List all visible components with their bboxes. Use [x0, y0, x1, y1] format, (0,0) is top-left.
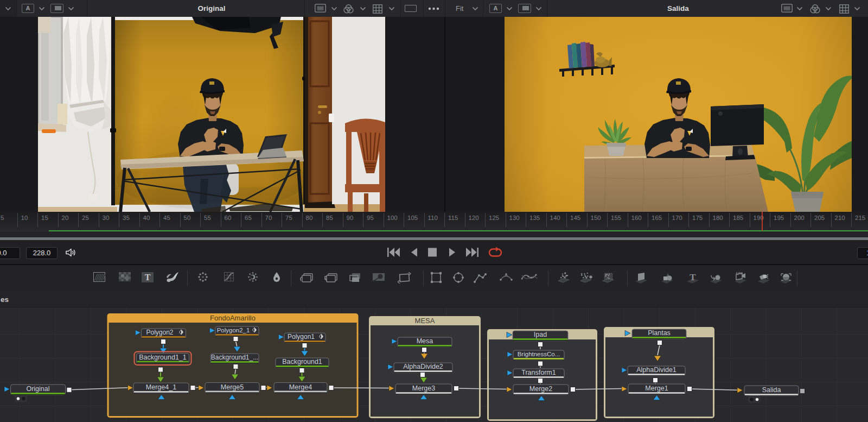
svg-text:Merge5: Merge5	[221, 383, 244, 391]
svg-text:BrightnessCo...: BrightnessCo...	[518, 351, 560, 357]
svg-text:Original: Original	[26, 385, 49, 393]
svg-text:Salida: Salida	[762, 386, 781, 394]
svg-text:Background1_1: Background1_1	[139, 354, 187, 361]
svg-text:T: T	[145, 273, 151, 282]
svg-text:Merge3: Merge3	[412, 385, 435, 392]
svg-text:Merge2: Merge2	[529, 385, 552, 393]
svg-text:Merge4_1: Merge4_1	[146, 383, 176, 391]
svg-text:Mesa: Mesa	[417, 337, 433, 345]
svg-text:Ipad: Ipad	[534, 331, 547, 338]
svg-text:Polygon1: Polygon1	[288, 333, 315, 341]
svg-text:Background1: Background1	[282, 358, 322, 366]
svg-text:Merge4: Merge4	[289, 383, 312, 391]
svg-text:Plantas: Plantas	[648, 329, 671, 337]
svg-text:AlphaDivide1: AlphaDivide1	[636, 366, 676, 374]
svg-text:Background1_...: Background1_...	[211, 354, 258, 361]
svg-text:T: T	[690, 272, 696, 282]
svg-text:Polygon2: Polygon2	[146, 329, 173, 336]
svg-text:Merge1: Merge1	[645, 385, 668, 392]
svg-text:AlphaDivide2: AlphaDivide2	[403, 363, 443, 370]
svg-text:Polygon2_1: Polygon2_1	[217, 327, 250, 333]
svg-text:MESA: MESA	[415, 317, 435, 325]
svg-text:FondoAmarillo: FondoAmarillo	[210, 314, 256, 322]
svg-text:Transform1: Transform1	[521, 369, 556, 376]
